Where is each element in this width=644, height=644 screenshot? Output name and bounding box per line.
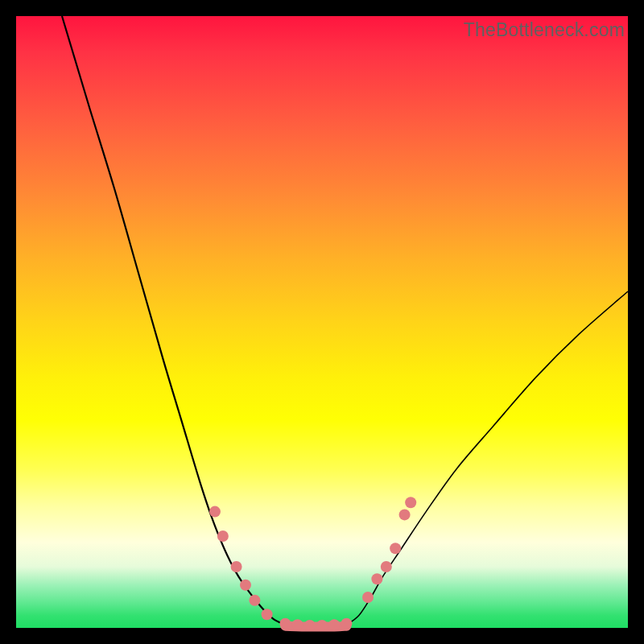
data-marker — [240, 580, 251, 591]
data-marker — [231, 561, 242, 572]
data-marker — [405, 497, 416, 508]
data-marker — [341, 618, 352, 630]
chart-svg — [16, 16, 628, 628]
attribution-text: TheBottleneck.com — [464, 19, 625, 41]
curve-right — [346, 291, 628, 625]
data-marker — [249, 595, 260, 606]
data-marker — [381, 561, 392, 572]
data-marker — [371, 573, 382, 584]
data-marker — [362, 592, 374, 603]
data-marker — [292, 619, 303, 630]
marker-group — [209, 497, 416, 631]
data-marker — [399, 509, 411, 520]
data-marker — [390, 543, 401, 554]
data-marker — [209, 506, 221, 518]
data-marker — [279, 618, 291, 630]
data-marker — [304, 620, 316, 631]
chart-container: TheBottleneck.com — [0, 0, 644, 644]
data-marker — [328, 619, 340, 630]
data-marker — [316, 620, 328, 631]
data-marker — [217, 530, 229, 542]
curve-left — [62, 16, 285, 625]
data-marker — [262, 609, 273, 620]
